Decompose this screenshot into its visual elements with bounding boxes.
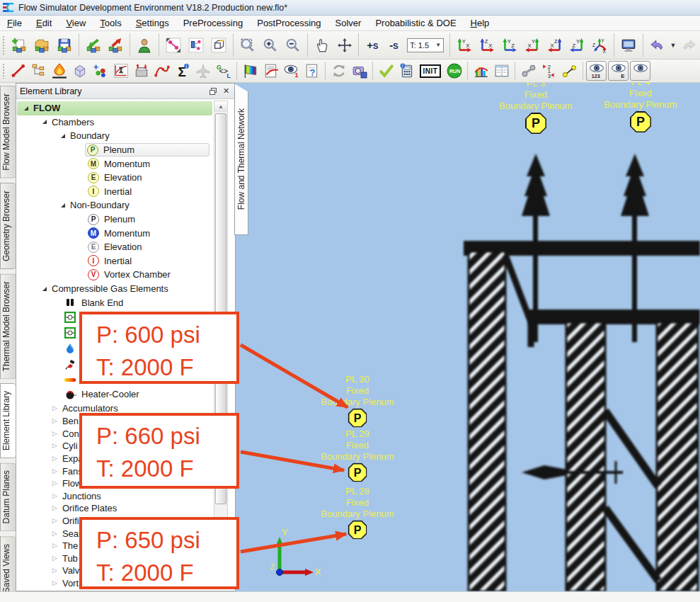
- view-zx[interactable]: ZX: [476, 34, 498, 57]
- view-iso[interactable]: YZX: [588, 34, 611, 57]
- menu-tools[interactable]: Tools: [93, 16, 128, 30]
- tree-item-inertial[interactable]: IInertial: [17, 254, 212, 268]
- init-button[interactable]: INIT: [417, 61, 444, 81]
- move-tool[interactable]: [333, 34, 356, 57]
- tree-collapsed-icon[interactable]: ▷: [52, 493, 57, 499]
- tree-item-plenum[interactable]: PPlenum: [17, 143, 212, 157]
- tree-item-momentum[interactable]: MMomentum: [17, 226, 212, 240]
- zoom-window[interactable]: [236, 34, 259, 57]
- results-histogram[interactable]: [471, 61, 491, 81]
- aircraft-mission[interactable]: [193, 61, 213, 81]
- plenum-marker-pl-29[interactable]: P: [348, 463, 367, 482]
- plenum-marker-pl-3[interactable]: P: [525, 113, 546, 134]
- tree-item-plenum[interactable]: PPlenum: [17, 212, 212, 227]
- font-decrease[interactable]: -S: [383, 34, 404, 57]
- tree-expanded-icon[interactable]: [61, 134, 65, 138]
- connect-elements[interactable]: [559, 61, 580, 81]
- tree-item-chambers[interactable]: Chambers: [17, 115, 212, 130]
- dropdown-caret[interactable]: ▼: [669, 34, 677, 57]
- transient-setup[interactable]: [110, 61, 131, 81]
- side-tab-saved-views[interactable]: Saved Views: [0, 536, 16, 601]
- menu-preprocessing[interactable]: PreProcessing: [176, 16, 251, 30]
- display-settings[interactable]: [617, 34, 640, 57]
- network-3d[interactable]: [207, 34, 230, 57]
- zoom-out[interactable]: [282, 34, 304, 57]
- close-icon[interactable]: ✕: [221, 86, 231, 96]
- snapshot-save[interactable]: [349, 61, 369, 81]
- new-model[interactable]: [8, 34, 30, 57]
- gl-code[interactable]: G<>L: [213, 61, 234, 81]
- tree-expanded-icon[interactable]: [42, 287, 47, 291]
- tree-item-inertial[interactable]: IInertial: [17, 185, 212, 199]
- tree-expanded-icon[interactable]: [61, 203, 65, 208]
- user-profile[interactable]: [133, 34, 156, 57]
- network-canvas[interactable]: YXZ PL 3FixedBoundary PlenumPPL 4FixedBo…: [236, 83, 700, 591]
- tree-item-elevation[interactable]: EElevation: [17, 171, 212, 185]
- tree-collapsed-icon[interactable]: ▷: [52, 418, 57, 424]
- plenum-marker-pl-30[interactable]: P: [348, 409, 367, 428]
- sigma-stats[interactable]: Σi: [172, 61, 193, 81]
- save-model[interactable]: [53, 34, 76, 57]
- tree-item-elevation[interactable]: EElevation: [17, 240, 212, 254]
- eye-e[interactable]: E: [608, 61, 629, 81]
- tree-collapsed-icon[interactable]: ▷: [52, 518, 57, 524]
- tree-collapsed-icon[interactable]: ▷: [52, 567, 57, 574]
- canvas-tab-flow-thermal-network[interactable]: Flow and Thermal Network: [234, 84, 248, 235]
- side-tab-geometry-browser[interactable]: Geometry Browser: [0, 183, 16, 269]
- model-tree[interactable]: [28, 61, 49, 81]
- plenum-marker-pl-4[interactable]: P: [630, 111, 651, 132]
- thickness-combo[interactable]: T: 1.5▼: [404, 34, 447, 57]
- flame-thermal[interactable]: [49, 61, 69, 81]
- pan-tool[interactable]: [311, 34, 333, 57]
- results-table[interactable]: [491, 61, 512, 81]
- tree-item-boundary[interactable]: Boundary: [17, 129, 212, 143]
- tree-collapsed-icon[interactable]: ▷: [52, 480, 57, 487]
- check-model[interactable]: [376, 61, 396, 81]
- refresh-model[interactable]: [328, 61, 349, 81]
- tree-collapsed-icon[interactable]: ▷: [52, 455, 57, 462]
- tree-collapsed-icon[interactable]: ▷: [52, 468, 57, 475]
- report-plot[interactable]: [260, 61, 281, 81]
- tree-expanded-icon[interactable]: [24, 106, 28, 110]
- scroll-up-icon[interactable]: ▲: [214, 101, 227, 112]
- chain-link[interactable]: [518, 61, 539, 81]
- tree-collapsed-icon[interactable]: ▷: [52, 530, 57, 537]
- undo-button[interactable]: [646, 34, 669, 57]
- probe-eye[interactable]: 1: [281, 61, 302, 81]
- tree-item-incomp[interactable]: Incomp: [17, 589, 212, 590]
- calculate[interactable]: i: [396, 61, 417, 81]
- tree-expanded-icon[interactable]: [42, 120, 47, 124]
- tree-item-orifice-plates[interactable]: ▷Orifice Plates: [17, 502, 212, 515]
- geometry-cube[interactable]: [69, 61, 90, 81]
- import-model[interactable]: [82, 34, 105, 57]
- tree-collapsed-icon[interactable]: ▷: [52, 405, 57, 411]
- renumber-123[interactable]: 213: [539, 61, 559, 81]
- eye-123[interactable]: 123: [586, 61, 607, 81]
- tree-collapsed-icon[interactable]: ▷: [52, 505, 57, 511]
- tree-collapsed-icon[interactable]: ▷: [52, 443, 57, 449]
- view-yx[interactable]: YX: [453, 34, 476, 57]
- tree-item-blank-end[interactable]: Blank End: [17, 295, 212, 309]
- spline-curve[interactable]: [151, 61, 172, 81]
- redo-button[interactable]: [677, 34, 700, 57]
- view-xz[interactable]: ZX: [544, 34, 566, 57]
- side-tab-datum-planes[interactable]: Datum Planes: [0, 462, 16, 531]
- network-iso[interactable]: [185, 34, 207, 57]
- view-yz[interactable]: YZ: [498, 34, 521, 57]
- open-model[interactable]: [30, 34, 53, 57]
- tree-item-momentum[interactable]: MMomentum: [17, 157, 212, 171]
- tree-collapsed-icon[interactable]: ▷: [52, 543, 57, 549]
- menu-help[interactable]: Help: [464, 16, 497, 30]
- side-tab-flow-model-browser[interactable]: Flow Model Browser: [0, 86, 16, 178]
- add-element[interactable]: +: [90, 61, 110, 81]
- menu-postprocessing[interactable]: PostProcessing: [250, 16, 328, 30]
- undock-icon[interactable]: [207, 86, 218, 96]
- element-line[interactable]: [8, 61, 28, 81]
- tree-collapsed-icon[interactable]: ▷: [52, 555, 57, 562]
- plenum-marker-pl-28[interactable]: P: [348, 521, 367, 540]
- eye-clipped[interactable]: [630, 61, 650, 81]
- tree-item-flow[interactable]: FLOW: [17, 101, 212, 115]
- tree-item-heater-cooler[interactable]: Heater-Cooler: [17, 387, 212, 402]
- tree-item-compressible-gas-elements[interactable]: Compressible Gas Elements: [17, 282, 212, 296]
- side-tab-thermal-model-browser[interactable]: Thermal Model Browser: [0, 273, 16, 379]
